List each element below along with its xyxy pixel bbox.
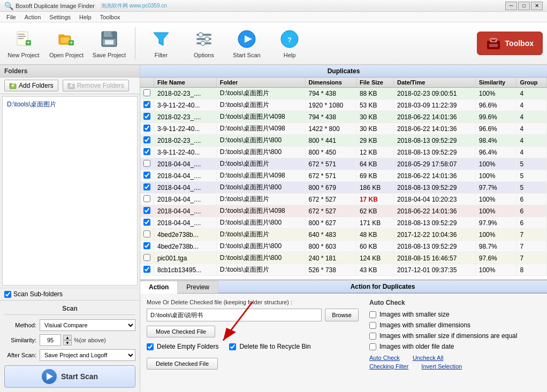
checking-filter-link[interactable]: Checking Filter (369, 363, 408, 370)
close-button[interactable]: ✕ (531, 2, 543, 10)
table-row: 2018-02-23_.... D:\tools\桌面图片\800 800 * … (140, 135, 547, 147)
row-checkbox[interactable] (143, 148, 150, 155)
tab-preview[interactable]: Preview (178, 281, 218, 293)
col-filename[interactable]: File Name (154, 78, 217, 88)
col-folder[interactable]: Folder (216, 78, 305, 88)
tab-action[interactable]: Action (140, 281, 178, 294)
row-dimensions: 672 * 571 (305, 170, 356, 182)
new-project-icon: + (13, 28, 34, 50)
row-checkbox[interactable] (143, 266, 150, 273)
row-filename: 8cb1cb13495... (154, 264, 217, 276)
destination-path-input[interactable] (147, 309, 322, 321)
menu-toolbox[interactable]: Toolbox (96, 13, 125, 21)
start-scan-toolbar-button[interactable]: Start Scan (227, 25, 266, 62)
row-checkbox[interactable] (143, 254, 150, 261)
similarity-input[interactable] (40, 334, 61, 346)
table-body: 2018-02-23_.... D:\tools\桌面图片 794 * 438 … (140, 88, 547, 276)
row-group: 4 (516, 99, 547, 111)
help-button[interactable]: ? Help (270, 25, 309, 62)
new-project-button[interactable]: + New Project (4, 25, 43, 62)
menu-help[interactable]: Help (75, 13, 96, 21)
row-checkbox[interactable] (143, 183, 150, 190)
row-checkbox-cell (140, 182, 154, 194)
after-scan-label: After Scan: (4, 352, 36, 358)
older-file-date-checkbox[interactable] (369, 343, 376, 350)
add-folders-button[interactable]: + Add Folders (4, 80, 58, 91)
smaller-dimensions-checkbox[interactable] (369, 322, 376, 329)
smaller-size-equal-dim-checkbox[interactable] (369, 333, 376, 340)
table-row: 3-9-11-22-40... D:\tools\桌面图片\4098 1422 … (140, 123, 547, 135)
table-row: 4bed2e738b... D:\tools\桌面图片\800 800 * 60… (140, 241, 547, 252)
delete-empty-folders-checkbox[interactable] (147, 343, 154, 350)
smaller-size-checkbox[interactable] (369, 311, 376, 318)
col-dimensions[interactable]: Dimensions (305, 78, 356, 88)
save-project-button[interactable]: Save Project (90, 25, 128, 62)
row-folder: D:\tools\桌面图片\800 (216, 217, 305, 229)
play-icon (42, 369, 57, 384)
row-folder: D:\tools\桌面图片\4098 (216, 170, 305, 182)
method-select[interactable]: Visiual Compare (40, 319, 135, 331)
invert-selection-link[interactable]: Invert Selection (421, 363, 462, 370)
scan-subfolders-checkbox[interactable] (4, 291, 11, 298)
menu-bar: File Action Settings Help Toolbox (0, 12, 547, 22)
row-checkbox[interactable] (143, 172, 150, 179)
menu-action[interactable]: Action (20, 13, 45, 21)
uncheck-all-link[interactable]: Uncheck All (413, 355, 443, 361)
similarity-up-button[interactable]: ▲ (63, 335, 72, 340)
svg-rect-2 (18, 36, 26, 37)
row-similarity: 100% (475, 205, 516, 217)
row-checkbox[interactable] (143, 101, 150, 108)
col-group[interactable]: Group (516, 78, 547, 88)
auto-check-link[interactable]: Auto Check (369, 355, 400, 361)
row-checkbox[interactable] (143, 207, 150, 214)
table-container[interactable]: File Name Folder Dimensions File Size Da… (140, 78, 547, 280)
open-project-button[interactable]: + Open Project (47, 25, 86, 62)
add-folders-icon: + (9, 82, 17, 89)
help-label: Help (284, 52, 296, 58)
minimize-button[interactable]: ─ (505, 2, 517, 10)
row-filename: 2018-02-23_.... (154, 135, 217, 147)
row-checkbox[interactable] (143, 89, 150, 96)
browse-button[interactable]: Browse (325, 309, 359, 321)
options-button[interactable]: Options (185, 25, 223, 62)
row-folder: D:\tools\桌面图片\800 (216, 252, 305, 264)
table-row: 3-9-11-22-40... D:\tools\桌面图片 1920 * 108… (140, 99, 547, 111)
auto-check-links-row: Auto Check Uncheck All (369, 355, 541, 361)
row-checkbox[interactable] (143, 136, 150, 143)
row-checkbox[interactable] (143, 125, 150, 132)
add-folders-label: Add Folders (19, 82, 54, 89)
table-row: 8cb1cb13495... D:\tools\桌面图片 526 * 738 4… (140, 264, 547, 276)
toolbox-button[interactable]: Toolbox (477, 32, 543, 55)
similarity-spinner-buttons: ▲ ▼ (63, 335, 72, 345)
remove-folders-button[interactable]: × Remove Folders (63, 80, 129, 91)
after-scan-select[interactable]: Save Project and Logoff (40, 349, 135, 361)
row-checkbox[interactable] (143, 219, 150, 226)
filter-icon (150, 28, 172, 50)
open-project-label: Open Project (49, 52, 83, 58)
menu-settings[interactable]: Settings (45, 13, 75, 21)
row-folder: D:\tools\桌面图片 (216, 88, 305, 99)
svg-point-21 (205, 37, 209, 41)
table-row: 4bed2e738b... D:\tools\桌面图片 640 * 483 48… (140, 229, 547, 241)
row-filename: 3-9-11-22-40... (154, 147, 217, 158)
row-checkbox-cell (140, 123, 154, 135)
row-checkbox[interactable] (143, 242, 150, 249)
row-filename: 2018-04-04_.... (154, 158, 217, 170)
row-checkbox[interactable] (143, 160, 150, 167)
filter-button[interactable]: Filter (142, 25, 180, 62)
restore-button[interactable]: □ (518, 2, 530, 10)
row-checkbox[interactable] (143, 195, 150, 202)
col-similarity[interactable]: Similarity (475, 78, 516, 88)
col-datetime[interactable]: Date/Time (393, 78, 475, 88)
similarity-down-button[interactable]: ▼ (63, 340, 72, 345)
move-checked-file-button[interactable]: Move Checked File (147, 326, 215, 337)
delete-to-recycle-checkbox[interactable] (229, 343, 236, 350)
row-checkbox[interactable] (143, 230, 150, 237)
delete-checked-file-button[interactable]: Delete Checked File (147, 358, 218, 370)
start-scan-button[interactable]: Start Scan (4, 365, 135, 388)
row-datetime: 2018-05-29 17:58:07 (393, 158, 475, 170)
row-checkbox[interactable] (143, 113, 150, 120)
help-icon: ? (279, 28, 300, 50)
col-filesize[interactable]: File Size (356, 78, 393, 88)
menu-file[interactable]: File (2, 13, 20, 21)
